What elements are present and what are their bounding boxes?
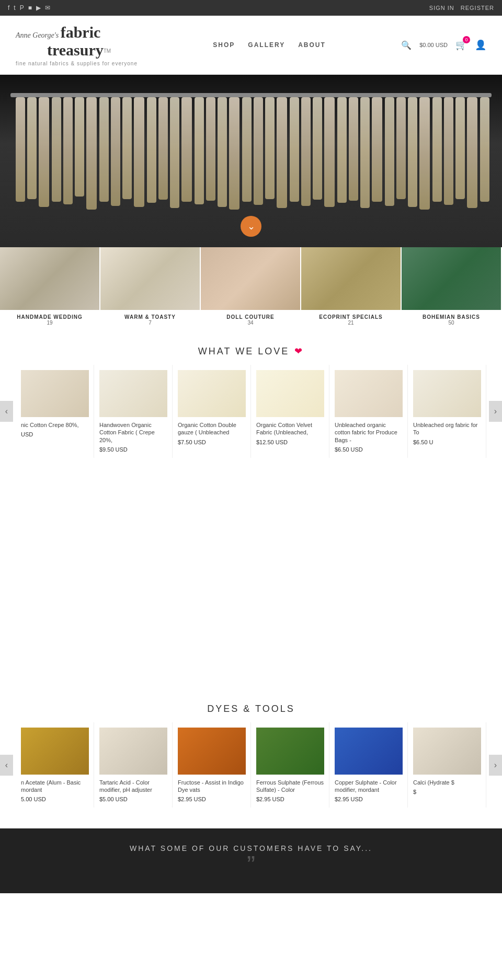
product-card[interactable]: Organic Cotton Velvet Fabric (Unbleached… [251, 365, 329, 458]
svg-rect-7 [86, 97, 97, 210]
blank-space [0, 468, 502, 677]
svg-rect-31 [372, 97, 382, 202]
dye-product-price: $ [413, 789, 481, 795]
dyes-products-row: ‹ n Acetate (Alum - Basic mordant5.00 US… [0, 722, 502, 808]
search-icon[interactable]: 🔍 [401, 40, 412, 50]
dye-product-price: 5.00 USD [21, 796, 88, 802]
collection-thumbnail [402, 247, 501, 310]
twitter-icon[interactable]: t [14, 4, 15, 11]
collection-item[interactable]: HANDMADE WEDDING19 [0, 247, 100, 330]
scroll-down-button[interactable]: ⌄ [241, 216, 261, 237]
dye-product-card[interactable]: Calci (Hydrate $$ [408, 722, 486, 808]
svg-rect-33 [396, 97, 406, 199]
dyes-tools-title: DYES & TOOLS [207, 704, 294, 714]
sign-in-link[interactable]: SIGN IN [429, 5, 454, 11]
header: Anne George's fabric treasuryTM fine nat… [0, 16, 502, 75]
svg-rect-30 [360, 97, 370, 208]
product-card[interactable]: Organic Cotton Double gauze ( Unbleached… [173, 365, 251, 458]
instagram-icon[interactable]: ■ [28, 4, 32, 11]
collection-item[interactable]: DOLL COUTURE34 [201, 247, 301, 330]
hero-banner: ⌄ [0, 75, 502, 247]
dye-product-name: Ferrous Sulphate (Ferrous Sulfate) - Col… [256, 779, 324, 794]
collection-count: 7 [103, 320, 197, 326]
what-we-love-products: ‹ nic Cotton Crepe 80%,USDHandwoven Orga… [0, 365, 502, 458]
product-name: Organic Cotton Velvet Fabric (Unbleached… [256, 421, 324, 436]
collection-info: DOLL COUTURE34 [201, 310, 300, 330]
quote-mark-icon: ” [16, 852, 486, 878]
svg-rect-0 [10, 93, 492, 97]
scroll-left-button[interactable]: ‹ [0, 401, 13, 422]
chevron-down-icon: ⌄ [247, 221, 255, 232]
collection-name: ECOPRINT SPECIALS [304, 314, 398, 320]
dyes-scroll-right-button[interactable]: › [489, 755, 502, 776]
svg-rect-27 [324, 97, 335, 207]
product-price: $6.50 U [413, 439, 481, 445]
collection-thumbnail [201, 247, 300, 310]
product-thumbnail [99, 370, 167, 417]
product-name: Handwoven Organic Cotton Fabric ( Crepe … [99, 421, 167, 444]
collection-count: 34 [203, 320, 298, 326]
product-thumbnail [413, 370, 481, 417]
youtube-icon[interactable]: ▶ [36, 4, 41, 11]
dye-product-name: Tartaric Acid - Color modifier, pH adjus… [99, 779, 167, 794]
svg-rect-18 [218, 97, 227, 207]
dye-product-thumbnail [178, 728, 246, 775]
dye-product-card[interactable]: n Acetate (Alum - Basic mordant5.00 USD [16, 722, 94, 808]
svg-rect-12 [147, 97, 156, 203]
svg-rect-25 [301, 97, 311, 206]
product-card[interactable]: Handwoven Organic Cotton Fabric ( Crepe … [94, 365, 173, 458]
collection-info: WARM & TOASTY7 [100, 310, 200, 330]
collections-row: HANDMADE WEDDING19WARM & TOASTY7DOLL COU… [0, 247, 502, 330]
dyes-tools-header: DYES & TOOLS [0, 688, 502, 722]
collection-item[interactable]: BOHEMIAN BASICS50 [402, 247, 502, 330]
svg-rect-15 [181, 97, 192, 202]
svg-rect-22 [265, 97, 275, 199]
pinterest-icon[interactable]: P [20, 4, 24, 11]
svg-rect-20 [242, 97, 252, 202]
svg-rect-11 [134, 97, 144, 207]
collection-name: BOHEMIAN BASICS [404, 314, 498, 320]
cart-button[interactable]: 🛒 0 [455, 39, 467, 51]
svg-rect-16 [195, 97, 204, 204]
svg-rect-4 [52, 97, 61, 202]
dye-product-price: $2.95 USD [178, 796, 245, 802]
svg-rect-8 [99, 97, 109, 202]
dyes-tools-section: DYES & TOOLS ‹ n Acetate (Alum - Basic m… [0, 677, 502, 818]
collection-item[interactable]: ECOPRINT SPECIALS21 [301, 247, 402, 330]
logo[interactable]: Anne George's fabric treasuryTM fine nat… [16, 24, 138, 66]
collection-count: 21 [304, 320, 398, 326]
collection-info: ECOPRINT SPECIALS21 [301, 310, 401, 330]
dyes-scroll-left-button[interactable]: ‹ [0, 755, 13, 776]
header-icons: 🔍 $0.00 USD 🛒 0 👤 [401, 39, 486, 51]
product-card[interactable]: nic Cotton Crepe 80%,USD [16, 365, 94, 458]
facebook-icon[interactable]: f [8, 4, 9, 11]
nav-about[interactable]: ABOUT [298, 41, 326, 49]
scroll-right-button[interactable]: › [489, 401, 502, 422]
product-card[interactable]: Unbleached org fabric for To$6.50 U [408, 365, 486, 458]
svg-rect-1 [16, 97, 25, 202]
svg-rect-36 [432, 97, 442, 202]
dye-product-card[interactable]: Copper Sulphate - Color modifier, mordan… [329, 722, 408, 808]
email-icon[interactable]: ✉ [45, 4, 50, 11]
product-price: $12.50 USD [256, 439, 324, 445]
svg-rect-37 [444, 97, 453, 205]
product-name: Unbleached organic cotton fabric for Pro… [335, 421, 402, 444]
what-we-love-title: WHAT WE LOVE [198, 346, 289, 357]
svg-rect-38 [455, 97, 465, 199]
dye-product-card[interactable]: Tartaric Acid - Color modifier, pH adjus… [94, 722, 173, 808]
product-card[interactable]: Unbleached organic cotton fabric for Pro… [329, 365, 408, 458]
svg-rect-3 [39, 97, 49, 207]
product-price: $9.50 USD [99, 446, 167, 453]
product-thumbnail [21, 370, 89, 417]
svg-rect-10 [122, 97, 132, 199]
collection-item[interactable]: WARM & TOASTY7 [100, 247, 201, 330]
account-icon[interactable]: 👤 [475, 39, 486, 51]
dye-product-card[interactable]: Fructose - Assist in Indigo Dye vats$2.9… [173, 722, 251, 808]
logo-tagline: fine natural fabrics & supplies for ever… [16, 61, 138, 66]
product-price: USD [21, 431, 88, 437]
dye-product-card[interactable]: Ferrous Sulphate (Ferrous Sulfate) - Col… [251, 722, 329, 808]
nav-gallery[interactable]: GALLERY [248, 41, 285, 49]
top-bar: f t P ■ ▶ ✉ SIGN IN REGISTER [0, 0, 502, 16]
register-link[interactable]: REGISTER [461, 5, 494, 11]
nav-shop[interactable]: SHOP [213, 41, 235, 49]
